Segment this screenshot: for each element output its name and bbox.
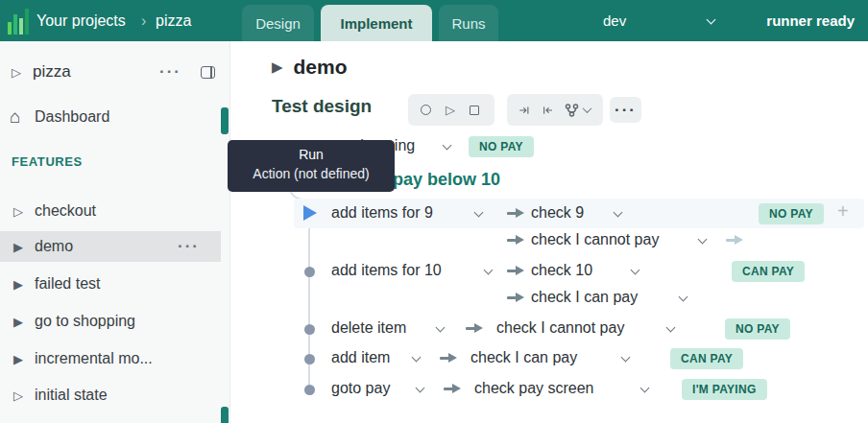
chevron-down-icon[interactable]	[666, 323, 676, 333]
play-filled-icon: ▶	[13, 352, 35, 366]
runner-status: runner ready	[766, 0, 855, 41]
play-icon[interactable]: ▷	[446, 103, 455, 117]
sidebar-item-failed-test[interactable]: ▶ failed test	[0, 269, 230, 299]
step-check[interactable]: check I cannot pay	[531, 231, 659, 248]
chevron-down-icon[interactable]	[679, 293, 688, 302]
tab-runs[interactable]: Runs	[439, 5, 498, 41]
chevron-down-icon[interactable]	[707, 15, 716, 25]
sidebar-item-initial-state[interactable]: ▷ initial state	[0, 380, 230, 411]
main-panel: ▶ demo Test design ▷ ··· go shopping NO …	[230, 41, 868, 423]
section-title: Test design	[272, 96, 372, 117]
toolbar-playback-group: ▷	[408, 94, 494, 126]
tooltip-title: Run	[228, 147, 395, 162]
chevron-down-icon[interactable]	[436, 323, 446, 333]
branch-menu[interactable]	[565, 104, 591, 117]
more-actions-button[interactable]: ···	[610, 97, 641, 123]
status-badge: I'M PAYING	[682, 379, 767, 400]
sidebar-item-label: go to shopping	[35, 313, 135, 330]
arrow-right-icon	[507, 235, 524, 246]
step-action[interactable]: delete item	[331, 319, 406, 337]
tab-implement[interactable]: Implement	[321, 5, 432, 41]
sidebar-item-go-to-shopping[interactable]: ▶ go to shopping	[0, 306, 230, 337]
tooltip-subtitle: Action (not defined)	[228, 166, 395, 181]
sidebar-item-label: checkout	[35, 202, 96, 220]
arrow-right-icon	[444, 384, 461, 394]
home-icon: ⌂	[10, 106, 35, 128]
status-badge: NO PAY	[759, 203, 824, 224]
stop-icon[interactable]	[470, 106, 479, 115]
chevron-down-icon[interactable]	[412, 353, 422, 363]
skip-to-start-icon[interactable]	[542, 104, 553, 117]
step-check[interactable]: check I can pay	[531, 289, 638, 306]
add-step-icon[interactable]: +	[837, 200, 849, 223]
breadcrumb-project[interactable]: Your projects	[36, 0, 126, 41]
step-action[interactable]: goto pay	[331, 380, 390, 397]
sidebar-item-label: Dashboard	[35, 108, 109, 126]
step-check[interactable]: check pay screen	[474, 380, 594, 397]
run-tooltip: Run Action (not defined)	[228, 140, 395, 192]
more-icon[interactable]: ···	[159, 67, 181, 77]
more-icon: ···	[615, 106, 637, 115]
skip-to-end-icon[interactable]	[519, 104, 530, 117]
status-badge: CAN PAY	[732, 261, 805, 282]
arrow-right-icon	[507, 293, 524, 303]
features-section-header: FEATURES	[12, 154, 83, 169]
page-title: demo	[294, 56, 348, 79]
arrow-right-icon	[466, 323, 483, 334]
sidebar-item-label: initial state	[35, 387, 108, 404]
sidebar-item-label: failed test	[35, 275, 100, 293]
environment-select[interactable]: dev	[603, 0, 626, 41]
sidebar-scrollbar-thumb[interactable]	[221, 407, 229, 423]
chevron-down-icon[interactable]	[631, 266, 640, 275]
sidebar-item-incremental[interactable]: ▶ incremental mo...	[0, 343, 230, 374]
breadcrumb-current: pizza	[156, 0, 191, 41]
run-step-button[interactable]	[303, 205, 317, 221]
more-icon[interactable]: ···	[178, 242, 200, 251]
step-check[interactable]: check I cannot pay	[496, 319, 624, 337]
breadcrumb-separator-icon: ›	[141, 0, 146, 41]
step-action[interactable]: add items for 9	[331, 204, 433, 222]
feature-title-row: ▶ demo	[272, 56, 348, 79]
toolbar-step-group	[507, 94, 603, 126]
sidebar-project-name: pizza	[33, 62, 71, 82]
step-dot[interactable]	[304, 267, 315, 277]
chevron-down-icon[interactable]	[621, 353, 631, 363]
arrow-outline-icon[interactable]	[726, 235, 743, 246]
collapse-panel-icon[interactable]	[201, 66, 215, 79]
tab-design[interactable]: Design	[242, 5, 314, 41]
chevron-down-icon[interactable]	[416, 384, 425, 393]
record-icon[interactable]	[421, 105, 431, 115]
step-check[interactable]: check 10	[531, 262, 592, 279]
chevron-down-icon[interactable]	[484, 266, 494, 275]
sidebar-item-dashboard[interactable]: ⌂ Dashboard	[0, 102, 230, 132]
sidebar-item-label: incremental mo...	[35, 350, 153, 367]
play-outline-icon: ▷	[13, 204, 35, 219]
sidebar: ▷ pizza ··· ⌂ Dashboard FEATURES ▷ check…	[0, 41, 230, 423]
play-outline-icon: ▷	[13, 388, 35, 403]
arrow-right-icon	[507, 208, 524, 219]
play-outline-icon: ▷	[12, 65, 33, 80]
chevron-down-icon[interactable]	[640, 384, 650, 393]
sidebar-project-row[interactable]: ▷ pizza ···	[0, 56, 230, 88]
chevron-down-icon[interactable]	[698, 235, 708, 245]
sidebar-item-demo[interactable]: ▶ demo ···	[0, 231, 221, 262]
step-dot[interactable]	[304, 324, 315, 335]
arrow-right-icon	[440, 353, 457, 364]
chevron-down-icon	[583, 104, 592, 113]
branch-icon	[565, 104, 579, 117]
play-filled-icon: ▶	[13, 240, 35, 254]
step-dot[interactable]	[304, 354, 315, 364]
sidebar-scrollbar-thumb[interactable]	[221, 107, 229, 134]
sidebar-item-label: demo	[35, 238, 73, 255]
step-check[interactable]: check 9	[531, 204, 584, 222]
step-action[interactable]: add items for 10	[331, 262, 442, 279]
play-filled-icon: ▶	[13, 315, 35, 329]
app-window: Your projects › pizza Design Implement R…	[0, 0, 868, 423]
step-dot[interactable]	[304, 385, 315, 395]
chevron-down-icon[interactable]	[443, 141, 452, 151]
status-badge: CAN PAY	[670, 348, 743, 369]
step-action[interactable]: add item	[331, 349, 390, 366]
step-check[interactable]: check I can pay	[470, 349, 577, 366]
arrow-right-icon	[507, 266, 524, 276]
sidebar-item-checkout[interactable]: ▷ checkout	[0, 196, 230, 226]
